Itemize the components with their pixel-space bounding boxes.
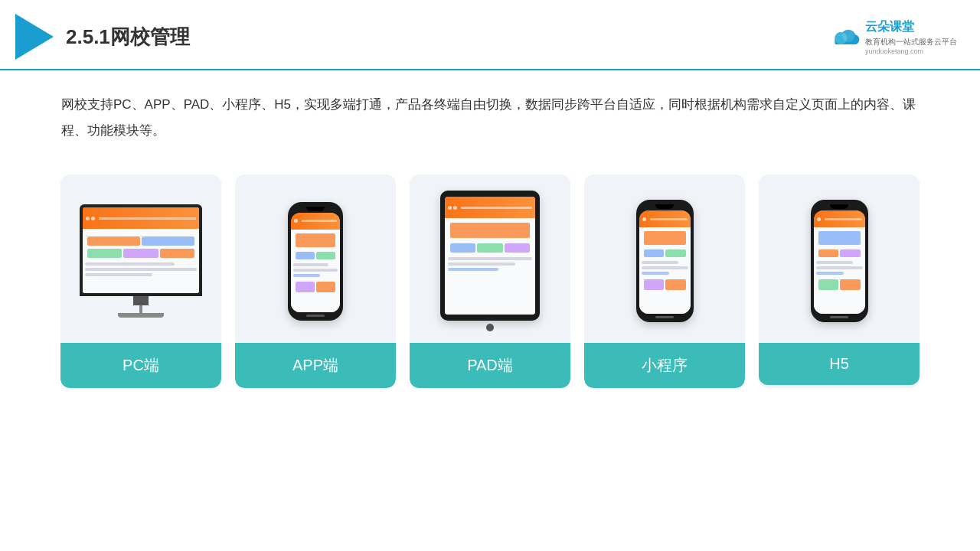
phone-outer-mini (636, 200, 694, 322)
phone-notch-mini (655, 204, 674, 209)
card-pad: PAD端 (410, 174, 570, 388)
phone-mockup-h5 (811, 200, 868, 322)
card-miniprogram: 小程序 (584, 174, 745, 388)
phone-home-bar-app (306, 315, 325, 317)
card-pc-image (60, 174, 221, 343)
pc-screen-inner (83, 207, 199, 293)
pc-base (118, 313, 164, 318)
card-miniprogram-image (584, 174, 745, 343)
svg-point-5 (842, 30, 854, 42)
card-h5: H5 (759, 174, 920, 388)
brand-url: yunduoketang.com (865, 47, 957, 55)
pc-screen-outer (80, 204, 202, 296)
card-app-image (235, 174, 396, 343)
card-app: APP端 (235, 174, 396, 388)
phone-notch-app (306, 207, 325, 211)
tablet-home-btn (486, 324, 494, 331)
card-pad-image (410, 174, 570, 343)
phone-home-bar-mini (655, 316, 674, 318)
tablet-mockup (440, 191, 540, 331)
phone-screen-h5 (814, 210, 865, 314)
brand-logo: 云朵课堂 教育机构一站式服务云平台 yunduoketang.com (830, 19, 957, 55)
pc-neck (133, 296, 149, 305)
tablet-outer (440, 191, 540, 321)
tablet-screen (445, 197, 535, 315)
cards-container: PC端 (0, 159, 980, 403)
phone-outer-app (288, 202, 343, 321)
pc-mockup (80, 204, 202, 318)
description-text: 网校支持PC、APP、PAD、小程序、H5，实现多端打通，产品各终端自由切换，数… (0, 70, 980, 152)
card-miniprogram-label: 小程序 (584, 343, 745, 388)
card-pc-label: PC端 (60, 343, 221, 388)
card-h5-label: H5 (759, 343, 920, 385)
cloud-icon (830, 26, 861, 47)
brand-name-area: 云朵课堂 教育机构一站式服务云平台 yunduoketang.com (865, 19, 957, 55)
card-pad-label: PAD端 (410, 343, 570, 388)
header-left: 2.5.1网校管理 (15, 14, 190, 60)
phone-mockup-app (288, 202, 343, 321)
header-right: 云朵课堂 教育机构一站式服务云平台 yunduoketang.com (830, 19, 957, 55)
description-paragraph: 网校支持PC、APP、PAD、小程序、H5，实现多端打通，产品各终端自由切换，数… (61, 92, 919, 144)
page-title: 2.5.1网校管理 (66, 24, 190, 51)
logo-triangle-icon (15, 14, 54, 60)
card-h5-image (759, 174, 920, 343)
phone-home-bar-h5 (830, 316, 848, 318)
card-pc: PC端 (60, 174, 221, 388)
brand-tagline: 教育机构一站式服务云平台 (865, 37, 957, 47)
phone-outer-h5 (811, 200, 868, 322)
pc-stand (139, 305, 142, 313)
phone-screen-mini (639, 210, 691, 314)
phone-mockup-mini (636, 200, 694, 322)
phone-notch-h5 (830, 204, 848, 209)
page-header: 2.5.1网校管理 云朵课堂 教育机构一站式服务云平台 yunduoketang… (0, 0, 980, 70)
card-app-label: APP端 (235, 343, 396, 388)
brand-name: 云朵课堂 (865, 19, 957, 35)
phone-screen-app (291, 213, 340, 312)
